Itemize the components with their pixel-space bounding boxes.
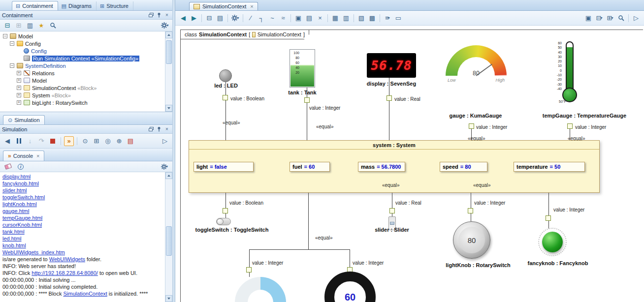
expand-icon[interactable]: + <box>17 71 21 75</box>
image-export-icon[interactable]: ▧ <box>356 13 366 23</box>
console-link[interactable]: display.html <box>2 174 31 180</box>
console-link[interactable]: knob.html <box>2 242 26 248</box>
expand-icon[interactable]: + <box>17 93 21 97</box>
console-link[interactable]: toggleSwitch.html <box>2 194 45 200</box>
gauge-port[interactable] <box>469 123 474 129</box>
connector-line[interactable] <box>249 249 250 277</box>
tank-port[interactable] <box>304 97 310 103</box>
tab-containment[interactable]: ⊟ Containment <box>12 1 58 10</box>
curve-path-icon[interactable]: ~ <box>267 13 277 23</box>
float-panel-icon[interactable] <box>148 12 155 19</box>
oblique-path-icon[interactable]: ∕ <box>246 13 256 23</box>
clear-console-icon[interactable] <box>3 162 13 172</box>
matrix-icon[interactable]: ▩ <box>367 13 377 23</box>
pin-panel-icon[interactable] <box>156 126 162 133</box>
tank-widget[interactable]: 10080604020 <box>290 49 315 88</box>
toggle-port[interactable] <box>223 208 228 213</box>
animation-speed-button[interactable]: ⊕ <box>114 136 124 146</box>
search-icon[interactable] <box>48 21 58 30</box>
led-port[interactable] <box>223 95 228 100</box>
tab-diagram-simulationcontext[interactable]: SimulationContext × <box>189 2 258 10</box>
tree-item[interactable]: −Model <box>1 32 164 40</box>
expand-icon[interactable]: + <box>17 86 21 90</box>
collapse-icon[interactable]: − <box>10 41 14 46</box>
simulation-options-button[interactable]: ⊙ <box>80 136 90 146</box>
led-widget[interactable] <box>219 69 232 82</box>
tree-item[interactable]: Config <box>1 47 164 55</box>
tree-item[interactable]: +bigLight : RotarySwitch <box>1 99 164 106</box>
collapse-icon[interactable]: − <box>10 63 14 68</box>
rotary-switch-widget[interactable]: 80 <box>453 221 490 259</box>
containment-settings-gear-icon[interactable]: ▾ <box>160 21 170 30</box>
run-button[interactable]: ▷ <box>160 136 170 146</box>
containment-scrollbar[interactable] <box>165 31 172 112</box>
scroll-down-icon[interactable] <box>165 105 172 112</box>
console-link[interactable]: fancyknob.html <box>2 181 39 186</box>
temperature-gauge-widget[interactable]: 6050403020100-10-20-30-40 50°F <box>544 40 589 103</box>
expand-icon[interactable]: + <box>17 100 21 105</box>
variables-button[interactable]: ⊞ <box>92 136 101 146</box>
expand-icon[interactable]: + <box>17 78 21 83</box>
fancyknob-port[interactable] <box>546 215 551 221</box>
tree-item[interactable]: +Relations <box>1 69 164 77</box>
display-port[interactable] <box>386 95 392 101</box>
console-link[interactable]: tempGauge.html <box>2 215 42 221</box>
tree-item[interactable]: −SystemDefinition <box>1 62 164 69</box>
diagram-canvas[interactable]: class SimulationContext [ SimulationCont… <box>175 26 644 302</box>
console-link[interactable]: http://192.168.228.64:8080/ <box>32 270 98 276</box>
kuma-gauge-widget[interactable]: 80 Low High <box>446 45 507 87</box>
cursor-knob-widget[interactable]: 60 <box>324 272 376 302</box>
collapse-compartments-icon[interactable]: ⊟▾ <box>594 13 604 23</box>
console-link[interactable]: gauge.html <box>2 208 29 214</box>
tree-item[interactable]: +SimulationContext«Block» <box>1 84 164 91</box>
console-link[interactable]: slider.html <box>2 187 27 193</box>
scroll-up-icon[interactable] <box>165 172 172 179</box>
scroll-down-icon[interactable] <box>165 295 172 302</box>
open-element-icon[interactable]: ▥ <box>25 21 35 30</box>
tab-structure[interactable]: ⊞ Structure <box>97 1 133 10</box>
console-link[interactable]: tank.html <box>2 229 25 235</box>
expand-compartments-icon[interactable]: ⊞▾ <box>605 13 615 23</box>
note-icon[interactable]: ▭ <box>393 13 403 23</box>
zoom-search-icon[interactable] <box>616 13 626 23</box>
connector-line[interactable] <box>249 249 350 250</box>
expand-tree-icon[interactable]: ⊞ <box>14 21 24 30</box>
console-link[interactable]: SimulationContext <box>64 291 107 297</box>
model-tree-icon[interactable]: ⊟ <box>204 13 214 23</box>
breakpoints-button[interactable]: ◎ <box>103 136 113 146</box>
copy-icon[interactable]: ▣ <box>293 13 303 23</box>
diagram-settings-gear-icon[interactable]: ▾ <box>230 13 240 23</box>
terminate-button[interactable] <box>48 136 58 146</box>
value-box-speed[interactable]: speed = 80 <box>440 162 487 172</box>
close-panel-icon[interactable]: × <box>163 126 170 133</box>
step-back-button[interactable]: ◀ <box>2 136 12 146</box>
favorites-icon[interactable]: ★ <box>36 21 46 30</box>
float-panel-icon[interactable] <box>148 126 155 133</box>
donut-port[interactable] <box>246 267 252 272</box>
toggle-switch-widget[interactable] <box>216 218 231 225</box>
legend-icon[interactable]: ≡▾ <box>383 13 392 23</box>
value-box-temperature[interactable]: temperature = 50 <box>514 162 585 172</box>
console-link[interactable]: lightKnob.html <box>2 201 37 207</box>
collapse-icon[interactable]: − <box>3 34 7 38</box>
close-console-icon[interactable]: × <box>36 153 39 159</box>
scrollbar-thumb[interactable] <box>166 226 172 256</box>
spline-path-icon[interactable]: ≈ <box>278 13 288 23</box>
light-knob-port[interactable] <box>468 208 473 213</box>
tree-item[interactable]: Run Simulation Context «SimulationConfig… <box>1 55 164 62</box>
value-box-fuel[interactable]: fuel = 60 <box>290 162 330 172</box>
tab-simulation[interactable]: ⊙ Simulation <box>3 115 45 124</box>
slider-handle[interactable] <box>390 222 394 225</box>
run-simulation-icon[interactable]: ▷ <box>631 13 641 23</box>
donut-gauge-widget[interactable] <box>235 277 286 302</box>
console-link[interactable]: WebUIWidgets <box>49 256 85 262</box>
tree-item[interactable]: −Config <box>1 40 164 47</box>
nav-back-icon[interactable]: ◀ <box>178 13 188 23</box>
layout-icon[interactable]: ▦ <box>330 13 340 23</box>
tab-diagrams[interactable]: ▤ Diagrams <box>58 1 97 10</box>
pin-panel-icon[interactable] <box>156 12 162 19</box>
tab-console[interactable]: » Console × <box>3 151 44 161</box>
value-box-light[interactable]: light = false <box>193 162 254 172</box>
shape-grid-icon[interactable]: ▣ <box>583 13 593 23</box>
tree-item[interactable]: +Model <box>1 77 164 84</box>
